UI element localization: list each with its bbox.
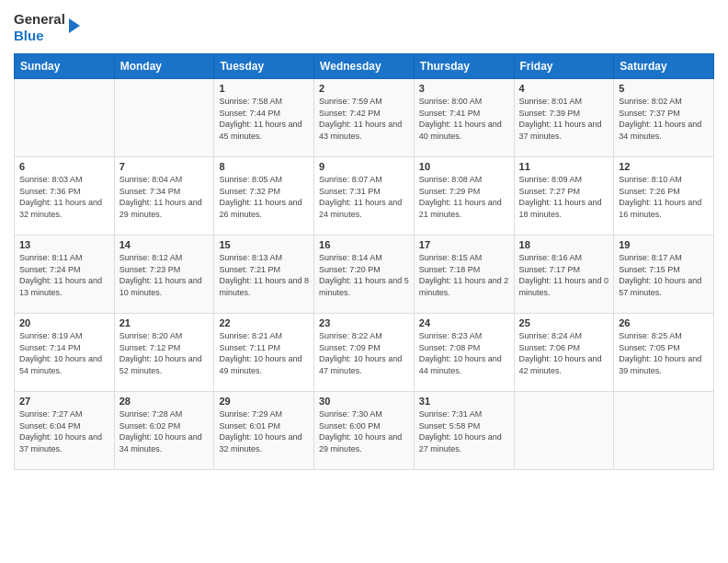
day-number: 14 (119, 239, 210, 250)
day-info: Sunrise: 7:59 AM Sunset: 7:42 PM Dayligh… (319, 96, 409, 142)
day-cell: 10Sunrise: 8:08 AM Sunset: 7:29 PM Dayli… (414, 157, 514, 236)
day-number: 28 (119, 396, 210, 407)
day-number: 15 (219, 239, 309, 250)
day-number: 26 (619, 317, 709, 328)
day-info: Sunrise: 7:31 AM Sunset: 5:58 PM Dayligh… (419, 408, 509, 454)
day-cell: 4Sunrise: 8:01 AM Sunset: 7:39 PM Daylig… (514, 79, 614, 157)
day-cell: 1Sunrise: 7:58 AM Sunset: 7:44 PM Daylig… (214, 79, 314, 157)
day-cell: 25Sunrise: 8:24 AM Sunset: 7:06 PM Dayli… (514, 314, 614, 392)
week-row-5: 27Sunrise: 7:27 AM Sunset: 6:04 PM Dayli… (15, 392, 714, 470)
header: GeneralBlue (14, 9, 714, 46)
day-info: Sunrise: 8:20 AM Sunset: 7:12 PM Dayligh… (119, 330, 210, 376)
day-cell: 5Sunrise: 8:02 AM Sunset: 7:37 PM Daylig… (614, 79, 714, 157)
day-number: 24 (419, 317, 509, 328)
day-cell: 15Sunrise: 8:13 AM Sunset: 7:21 PM Dayli… (214, 236, 314, 314)
day-info: Sunrise: 8:04 AM Sunset: 7:34 PM Dayligh… (119, 174, 210, 220)
day-cell: 24Sunrise: 8:23 AM Sunset: 7:08 PM Dayli… (414, 314, 514, 392)
day-number: 16 (319, 239, 409, 250)
week-row-1: 1Sunrise: 7:58 AM Sunset: 7:44 PM Daylig… (15, 79, 714, 157)
day-number: 11 (519, 161, 609, 172)
logo: GeneralBlue (14, 9, 87, 46)
header-cell-friday: Friday (514, 54, 614, 79)
header-cell-sunday: Sunday (15, 54, 115, 79)
day-info: Sunrise: 8:19 AM Sunset: 7:14 PM Dayligh… (19, 330, 109, 376)
day-info: Sunrise: 8:01 AM Sunset: 7:39 PM Dayligh… (519, 96, 609, 142)
day-info: Sunrise: 8:22 AM Sunset: 7:09 PM Dayligh… (319, 330, 409, 376)
day-number: 5 (619, 83, 709, 94)
day-info: Sunrise: 7:28 AM Sunset: 6:02 PM Dayligh… (119, 408, 210, 454)
day-number: 30 (319, 396, 409, 407)
day-info: Sunrise: 7:30 AM Sunset: 6:00 PM Dayligh… (319, 408, 409, 454)
svg-text:Blue: Blue (14, 28, 44, 43)
day-number: 25 (519, 317, 609, 328)
day-info: Sunrise: 8:02 AM Sunset: 7:37 PM Dayligh… (619, 96, 709, 142)
day-number: 18 (519, 239, 609, 250)
day-info: Sunrise: 7:27 AM Sunset: 6:04 PM Dayligh… (19, 408, 109, 454)
day-info: Sunrise: 8:13 AM Sunset: 7:21 PM Dayligh… (219, 252, 309, 298)
day-cell: 26Sunrise: 8:25 AM Sunset: 7:05 PM Dayli… (614, 314, 714, 392)
day-number: 19 (619, 239, 709, 250)
day-number: 7 (119, 161, 210, 172)
calendar-table: SundayMondayTuesdayWednesdayThursdayFrid… (14, 53, 714, 470)
day-info: Sunrise: 8:12 AM Sunset: 7:23 PM Dayligh… (119, 252, 210, 298)
day-cell (614, 392, 714, 470)
week-row-2: 6Sunrise: 8:03 AM Sunset: 7:36 PM Daylig… (15, 157, 714, 236)
day-number: 17 (419, 239, 509, 250)
day-number: 12 (619, 161, 709, 172)
day-info: Sunrise: 8:00 AM Sunset: 7:41 PM Dayligh… (419, 96, 509, 142)
day-info: Sunrise: 8:08 AM Sunset: 7:29 PM Dayligh… (419, 174, 509, 220)
logo-svg: GeneralBlue (14, 9, 87, 46)
day-number: 22 (219, 317, 309, 328)
day-info: Sunrise: 8:24 AM Sunset: 7:06 PM Dayligh… (519, 330, 609, 376)
day-info: Sunrise: 7:29 AM Sunset: 6:01 PM Dayligh… (219, 408, 309, 454)
day-cell: 23Sunrise: 8:22 AM Sunset: 7:09 PM Dayli… (314, 314, 415, 392)
day-cell: 3Sunrise: 8:00 AM Sunset: 7:41 PM Daylig… (414, 79, 514, 157)
day-info: Sunrise: 8:09 AM Sunset: 7:27 PM Dayligh… (519, 174, 609, 220)
day-cell: 7Sunrise: 8:04 AM Sunset: 7:34 PM Daylig… (114, 157, 214, 236)
day-cell: 2Sunrise: 7:59 AM Sunset: 7:42 PM Daylig… (314, 79, 415, 157)
day-cell: 19Sunrise: 8:17 AM Sunset: 7:15 PM Dayli… (614, 236, 714, 314)
svg-marker-2 (69, 18, 80, 33)
day-cell: 22Sunrise: 8:21 AM Sunset: 7:11 PM Dayli… (214, 314, 314, 392)
day-cell: 29Sunrise: 7:29 AM Sunset: 6:01 PM Dayli… (214, 392, 314, 470)
svg-text:General: General (14, 11, 65, 27)
header-row: SundayMondayTuesdayWednesdayThursdayFrid… (15, 54, 714, 79)
day-cell (114, 79, 214, 157)
day-cell: 30Sunrise: 7:30 AM Sunset: 6:00 PM Dayli… (314, 392, 415, 470)
week-row-4: 20Sunrise: 8:19 AM Sunset: 7:14 PM Dayli… (15, 314, 714, 392)
day-info: Sunrise: 8:11 AM Sunset: 7:24 PM Dayligh… (19, 252, 109, 298)
week-row-3: 13Sunrise: 8:11 AM Sunset: 7:24 PM Dayli… (15, 236, 714, 314)
day-cell: 6Sunrise: 8:03 AM Sunset: 7:36 PM Daylig… (15, 157, 115, 236)
day-info: Sunrise: 8:21 AM Sunset: 7:11 PM Dayligh… (219, 330, 309, 376)
day-info: Sunrise: 8:03 AM Sunset: 7:36 PM Dayligh… (19, 174, 109, 220)
day-number: 31 (419, 396, 509, 407)
header-cell-monday: Monday (114, 54, 214, 79)
day-info: Sunrise: 8:25 AM Sunset: 7:05 PM Dayligh… (619, 330, 709, 376)
day-info: Sunrise: 8:23 AM Sunset: 7:08 PM Dayligh… (419, 330, 509, 376)
day-info: Sunrise: 8:14 AM Sunset: 7:20 PM Dayligh… (319, 252, 409, 298)
day-cell: 14Sunrise: 8:12 AM Sunset: 7:23 PM Dayli… (114, 236, 214, 314)
day-number: 27 (19, 396, 109, 407)
day-info: Sunrise: 8:05 AM Sunset: 7:32 PM Dayligh… (219, 174, 309, 220)
day-cell (514, 392, 614, 470)
day-number: 13 (19, 239, 109, 250)
day-cell: 16Sunrise: 8:14 AM Sunset: 7:20 PM Dayli… (314, 236, 415, 314)
header-cell-thursday: Thursday (414, 54, 514, 79)
day-number: 21 (119, 317, 210, 328)
day-number: 9 (319, 161, 409, 172)
day-info: Sunrise: 8:10 AM Sunset: 7:26 PM Dayligh… (619, 174, 709, 220)
day-cell: 13Sunrise: 8:11 AM Sunset: 7:24 PM Dayli… (15, 236, 115, 314)
day-number: 23 (319, 317, 409, 328)
day-number: 2 (319, 83, 409, 94)
day-cell: 18Sunrise: 8:16 AM Sunset: 7:17 PM Dayli… (514, 236, 614, 314)
day-info: Sunrise: 8:07 AM Sunset: 7:31 PM Dayligh… (319, 174, 409, 220)
header-cell-wednesday: Wednesday (314, 54, 415, 79)
day-cell (15, 79, 115, 157)
day-cell: 21Sunrise: 8:20 AM Sunset: 7:12 PM Dayli… (114, 314, 214, 392)
page: GeneralBlue SundayMondayTuesdayWednesday… (0, 0, 728, 563)
day-number: 29 (219, 396, 309, 407)
day-cell: 8Sunrise: 8:05 AM Sunset: 7:32 PM Daylig… (214, 157, 314, 236)
day-cell: 9Sunrise: 8:07 AM Sunset: 7:31 PM Daylig… (314, 157, 415, 236)
day-number: 20 (19, 317, 109, 328)
header-cell-tuesday: Tuesday (214, 54, 314, 79)
